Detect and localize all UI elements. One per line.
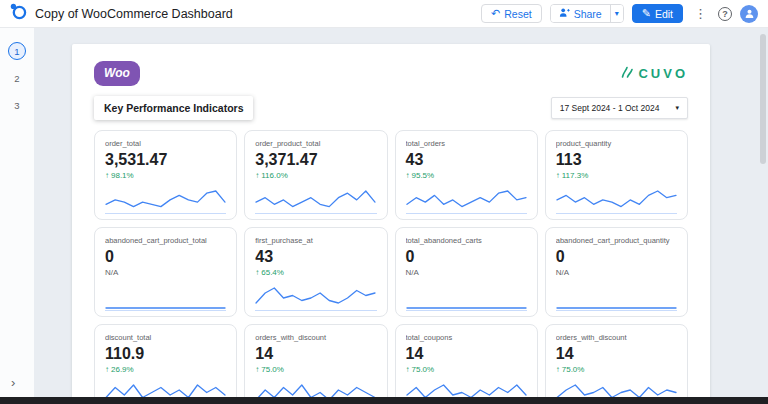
- kpi-value: 0: [105, 248, 226, 266]
- kpi-card-orders-with-discount[interactable]: orders_with_discount 14 ↑ 75.0%: [244, 324, 387, 404]
- page-nav-item-2[interactable]: 2: [8, 69, 26, 87]
- kpi-value: 14: [255, 345, 376, 363]
- kpi-label: first_purchase_at: [255, 236, 376, 245]
- kpi-card-total-orders[interactable]: total_orders 43 ↑ 95.5%: [395, 130, 538, 220]
- kpi-delta: ↑ 117.3%: [556, 171, 677, 180]
- up-arrow-icon: ↑: [556, 365, 560, 374]
- kpi-label: abandoned_cart_product_total: [105, 236, 226, 245]
- top-bar: Copy of WooCommerce Dashboard ↶ Reset Sh…: [0, 0, 768, 28]
- kpi-delta: ↑ 75.0%: [255, 365, 376, 374]
- expand-page-nav-button[interactable]: ›: [11, 375, 15, 390]
- kpi-delta-value: N/A: [105, 268, 118, 277]
- kpi-sparkline: [406, 284, 527, 311]
- kpi-value: 0: [556, 248, 677, 266]
- kpi-sparkline: [105, 284, 226, 311]
- up-arrow-icon: ↑: [255, 365, 259, 374]
- chevron-down-icon: ▾: [615, 9, 619, 18]
- kpi-value: 43: [255, 248, 376, 266]
- looker-studio-logo-icon[interactable]: [10, 3, 27, 24]
- help-icon[interactable]: ?: [718, 7, 732, 21]
- page-nav-item-3[interactable]: 3: [8, 96, 26, 114]
- cuvo-logo-icon: [620, 65, 634, 82]
- kpi-delta-value: 75.0%: [562, 365, 585, 374]
- date-range-value: 17 Sept 2024 - 1 Oct 2024: [560, 103, 660, 113]
- kpi-label: product_quantity: [556, 139, 677, 148]
- horizontal-scrollbar[interactable]: [0, 397, 768, 404]
- kpi-sparkline: [255, 284, 376, 311]
- kpi-label: total_abandoned_carts: [406, 236, 527, 245]
- kpi-label: order_product_total: [255, 139, 376, 148]
- kpi-delta: ↑ N/A: [556, 268, 677, 277]
- person-add-icon: [559, 7, 570, 20]
- kpi-card-orders-with-discount-2[interactable]: orders_with_discount 14 ↑ 75.0%: [545, 324, 688, 404]
- share-split-button: Share ▾: [550, 4, 624, 23]
- up-arrow-icon: ↑: [255, 171, 259, 180]
- kpi-label: discount_total: [105, 333, 226, 342]
- edit-button[interactable]: ✎ Edit: [632, 4, 683, 23]
- kpi-value: 0: [406, 248, 527, 266]
- kpi-label: total_coupons: [406, 333, 527, 342]
- reset-button-label: Reset: [504, 8, 531, 20]
- reset-button[interactable]: ↶ Reset: [481, 4, 542, 23]
- up-arrow-icon: ↑: [105, 365, 109, 374]
- cuvo-brand-label: CUVO: [638, 66, 688, 81]
- kpi-card-first-purchase-at[interactable]: first_purchase_at 43 ↑ 65.4%: [244, 227, 387, 317]
- kpi-delta-value: 75.0%: [412, 365, 435, 374]
- kpi-value: 14: [556, 345, 677, 363]
- cuvo-brand: CUVO: [620, 65, 688, 82]
- up-arrow-icon: ↑: [105, 171, 109, 180]
- up-arrow-icon: ↑: [406, 365, 410, 374]
- page-nav-item-1[interactable]: 1: [8, 42, 26, 60]
- kpi-sparkline: [556, 187, 677, 214]
- kpi-grid: order_total 3,531.47 ↑ 98.1% order_produ…: [94, 130, 688, 404]
- vertical-scrollbar-thumb[interactable]: [760, 34, 766, 164]
- kpi-delta-value: 65.4%: [261, 268, 284, 277]
- kpi-delta: ↑ 75.0%: [406, 365, 527, 374]
- kpi-card-total-coupons[interactable]: total_coupons 14 ↑ 75.0%: [395, 324, 538, 404]
- kpi-delta: ↑ 116.0%: [255, 171, 376, 180]
- overflow-menu-icon[interactable]: ⋮: [691, 6, 710, 21]
- kpi-sparkline: [556, 284, 677, 311]
- kpi-card-abandoned-cart-product-total[interactable]: abandoned_cart_product_total 0 ↑ N/A: [94, 227, 237, 317]
- share-options-caret[interactable]: ▾: [610, 5, 623, 22]
- kpi-delta-value: 75.0%: [261, 365, 284, 374]
- kpi-delta-value: 117.3%: [562, 171, 589, 180]
- kpi-value: 14: [406, 345, 527, 363]
- kpi-delta-value: 98.1%: [111, 171, 134, 180]
- kpi-delta: ↑ 26.9%: [105, 365, 226, 374]
- edit-button-label: Edit: [655, 8, 673, 20]
- kpi-card-discount-total[interactable]: discount_total 110.9 ↑ 26.9%: [94, 324, 237, 404]
- undo-icon: ↶: [491, 8, 500, 19]
- up-arrow-icon: ↑: [406, 171, 410, 180]
- kpi-card-product-quantity[interactable]: product_quantity 113 ↑ 117.3%: [545, 130, 688, 220]
- kpi-value: 3,371.47: [255, 151, 376, 169]
- chevron-down-icon: ▾: [675, 104, 679, 112]
- account-avatar[interactable]: [740, 5, 758, 23]
- kpi-delta-value: N/A: [556, 268, 569, 277]
- kpi-value: 3,531.47: [105, 151, 226, 169]
- pencil-icon: ✎: [642, 8, 651, 19]
- kpi-label: total_orders: [406, 139, 527, 148]
- kpi-card-order-product-total[interactable]: order_product_total 3,371.47 ↑ 116.0%: [244, 130, 387, 220]
- kpi-label: orders_with_discount: [556, 333, 677, 342]
- kpi-delta-value: 95.5%: [412, 171, 435, 180]
- kpi-card-order-total[interactable]: order_total 3,531.47 ↑ 98.1%: [94, 130, 237, 220]
- kpi-card-abandoned-cart-product-quantity[interactable]: abandoned_cart_product_quantity 0 ↑ N/A: [545, 227, 688, 317]
- kpi-delta: ↑ 98.1%: [105, 171, 226, 180]
- report-workspace: Woo CUVO Key Performance Indicators 17 S…: [34, 28, 768, 404]
- share-button[interactable]: Share: [551, 5, 610, 22]
- date-range-selector[interactable]: 17 Sept 2024 - 1 Oct 2024 ▾: [551, 97, 688, 119]
- kpi-delta-value: N/A: [406, 268, 419, 277]
- report-title: Copy of WooCommerce Dashboard: [35, 7, 233, 21]
- share-button-label: Share: [574, 8, 602, 20]
- kpi-delta-value: 26.9%: [111, 365, 134, 374]
- kpi-delta: ↑ N/A: [406, 268, 527, 277]
- page-navigation: 1 2 3 ›: [0, 28, 34, 404]
- kpi-label: abandoned_cart_product_quantity: [556, 236, 677, 245]
- report-canvas: Woo CUVO Key Performance Indicators 17 S…: [72, 44, 710, 404]
- kpi-delta: ↑ 95.5%: [406, 171, 527, 180]
- kpi-card-total-abandoned-carts[interactable]: total_abandoned_carts 0 ↑ N/A: [395, 227, 538, 317]
- kpi-delta: ↑ 75.0%: [556, 365, 677, 374]
- kpi-sparkline: [406, 187, 527, 214]
- up-arrow-icon: ↑: [556, 171, 560, 180]
